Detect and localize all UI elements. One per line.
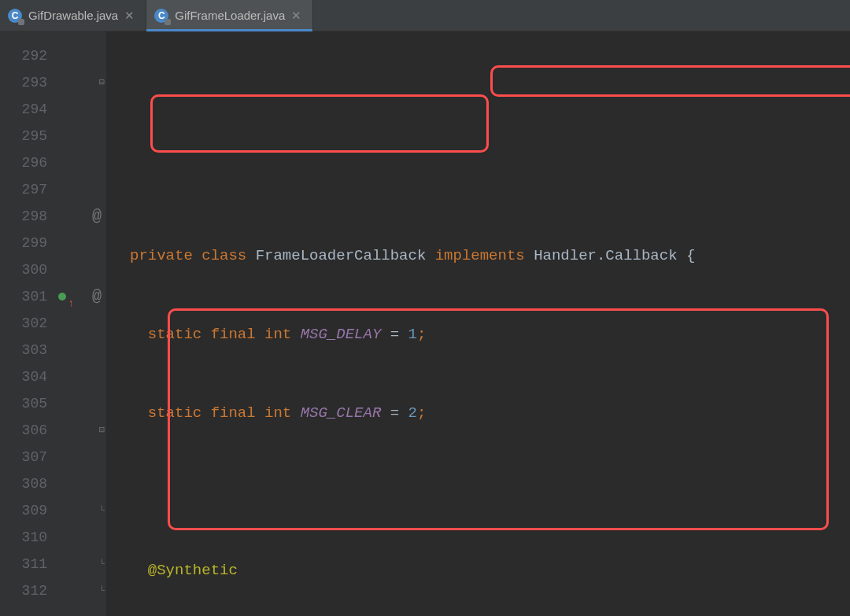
code-line: static final int MSG_DELAY = 1;: [106, 321, 850, 348]
line-number: 300: [0, 256, 55, 283]
line-number: 303: [0, 337, 55, 363]
line-number: 299: [0, 230, 55, 256]
line-number: 309: [0, 497, 55, 524]
highlight-box-implements: [490, 65, 850, 97]
fold-end-icon[interactable]: └: [99, 577, 105, 604]
line-number: 297: [0, 176, 55, 203]
line-number: 298: [0, 203, 55, 230]
line-number: 311: [0, 551, 55, 577]
code-line: @Synthetic: [106, 557, 850, 584]
line-number-gutter: 292 293 294 295 296 297 298 299 300 301 …: [0, 31, 55, 616]
code-line: static final int MSG_CLEAR = 2;: [106, 400, 850, 426]
code-line: [106, 478, 850, 505]
line-number: 292: [0, 42, 55, 69]
vcs-change-icon[interactable]: [58, 293, 66, 301]
line-number: 312: [0, 577, 55, 604]
code-line: private class FrameLoaderCallback implem…: [106, 242, 850, 269]
line-number: 296: [0, 149, 55, 176]
gutter-markers: ⊟ @ ↑ @ ⊟ └ └ └: [55, 31, 106, 616]
code-area[interactable]: private class FrameLoaderCallback implem…: [106, 31, 850, 616]
fold-icon[interactable]: ⊟: [99, 69, 105, 96]
close-icon[interactable]: ✕: [124, 9, 135, 23]
class-icon: C: [8, 9, 22, 23]
line-number: 304: [0, 363, 55, 390]
line-number: 294: [0, 96, 55, 123]
line-number: 301: [0, 283, 55, 310]
line-number: 307: [0, 444, 55, 470]
line-number: 308: [0, 470, 55, 497]
line-number: 306: [0, 417, 55, 444]
class-icon: C: [154, 9, 168, 23]
line-number: 305: [0, 390, 55, 417]
line-number: 293: [0, 69, 55, 96]
fold-end-icon[interactable]: └: [99, 551, 105, 577]
fold-icon[interactable]: ⊟: [99, 417, 105, 444]
tab-gifdrawable[interactable]: C GifDrawable.java ✕: [0, 0, 146, 31]
highlight-box-constants: [150, 94, 489, 153]
editor-tab-bar: C GifDrawable.java ✕ C GifFrameLoader.ja…: [0, 0, 850, 31]
tab-gifframeloader[interactable]: C GifFrameLoader.java ✕: [146, 0, 313, 31]
fold-end-icon[interactable]: └: [99, 497, 105, 524]
tab-label: GifFrameLoader.java: [175, 9, 285, 22]
override-gutter-icon[interactable]: @: [92, 283, 102, 310]
override-gutter-icon[interactable]: @: [92, 203, 102, 230]
close-icon[interactable]: ✕: [291, 9, 301, 23]
line-number: 295: [0, 123, 55, 149]
code-editor[interactable]: 292 293 294 295 296 297 298 299 300 301 …: [0, 31, 850, 616]
line-number: 302: [0, 310, 55, 337]
tab-label: GifDrawable.java: [28, 9, 118, 22]
line-number: 310: [0, 524, 55, 551]
code-line: [106, 164, 850, 190]
